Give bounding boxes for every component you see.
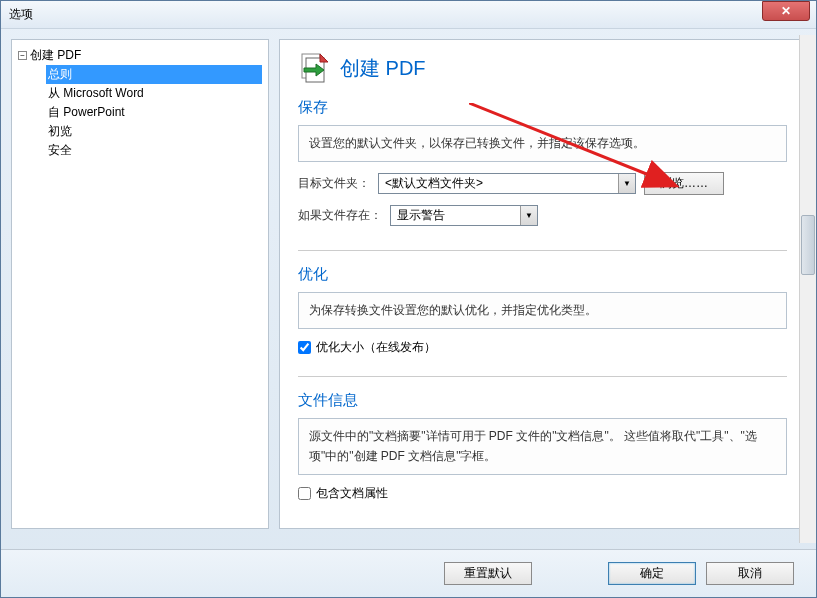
fileinfo-section: 文件信息 源文件中的"文档摘要"详情可用于 PDF 文件的"文档信息"。 这些值…	[298, 391, 787, 521]
titlebar-title: 选项	[9, 6, 33, 23]
titlebar: 选项 ✕	[1, 1, 816, 29]
optimize-size-checkbox[interactable]	[298, 341, 311, 354]
scroll-thumb[interactable]	[801, 215, 815, 275]
category-tree-pane: − 创建 PDF 总则从 Microsoft Word自 PowerPoint初…	[11, 39, 269, 529]
target-folder-combo[interactable]: <默认文档文件夹> ▼	[378, 173, 636, 194]
target-folder-value: <默认文档文件夹>	[379, 175, 618, 192]
fileinfo-section-title: 文件信息	[298, 391, 787, 410]
category-tree: − 创建 PDF 总则从 Microsoft Word自 PowerPoint初…	[18, 46, 262, 160]
tree-item[interactable]: 自 PowerPoint	[46, 103, 262, 122]
save-desc: 设置您的默认文件夹，以保存已转换文件，并指定该保存选项。	[298, 125, 787, 162]
tree-item[interactable]: 从 Microsoft Word	[46, 84, 262, 103]
vertical-scrollbar[interactable]	[799, 35, 816, 543]
browse-button[interactable]: 浏览……	[644, 172, 724, 195]
content-area: − 创建 PDF 总则从 Microsoft Word自 PowerPoint初…	[1, 29, 816, 539]
file-exists-label: 如果文件存在：	[298, 207, 382, 224]
file-exists-value: 显示警告	[391, 207, 520, 224]
close-button[interactable]: ✕	[762, 1, 810, 21]
create-pdf-icon	[298, 52, 330, 84]
options-dialog: 选项 ✕ − 创建 PDF 总则从 Microsoft Word自 PowerP…	[0, 0, 817, 598]
optimize-section-title: 优化	[298, 265, 787, 284]
file-exists-combo[interactable]: 显示警告 ▼	[390, 205, 538, 226]
page-header: 创建 PDF	[298, 52, 787, 84]
optimize-section: 优化 为保存转换文件设置您的默认优化，并指定优化类型。 优化大小（在线发布）	[298, 265, 787, 377]
collapse-icon[interactable]: −	[18, 51, 27, 60]
ok-button[interactable]: 确定	[608, 562, 696, 585]
tree-item[interactable]: 总则	[46, 65, 262, 84]
tree-root-item[interactable]: − 创建 PDF	[18, 46, 262, 65]
optimize-size-label[interactable]: 优化大小（在线发布）	[316, 339, 436, 356]
settings-pane: 创建 PDF 保存 设置您的默认文件夹，以保存已转换文件，并指定该保存选项。 目…	[279, 39, 806, 529]
optimize-desc: 为保存转换文件设置您的默认优化，并指定优化类型。	[298, 292, 787, 329]
tree-item[interactable]: 安全	[46, 141, 262, 160]
save-section: 保存 设置您的默认文件夹，以保存已转换文件，并指定该保存选项。 目标文件夹： <…	[298, 98, 787, 251]
cancel-button[interactable]: 取消	[706, 562, 794, 585]
include-docprops-checkbox[interactable]	[298, 487, 311, 500]
page-title: 创建 PDF	[340, 55, 426, 82]
chevron-down-icon[interactable]: ▼	[520, 206, 537, 225]
fileinfo-desc: 源文件中的"文档摘要"详情可用于 PDF 文件的"文档信息"。 这些值将取代"工…	[298, 418, 787, 474]
include-docprops-label[interactable]: 包含文档属性	[316, 485, 388, 502]
tree-root-label: 创建 PDF	[30, 47, 81, 64]
save-section-title: 保存	[298, 98, 787, 117]
target-folder-label: 目标文件夹：	[298, 175, 370, 192]
dialog-footer: 重置默认 确定 取消	[1, 549, 816, 597]
chevron-down-icon[interactable]: ▼	[618, 174, 635, 193]
reset-defaults-button[interactable]: 重置默认	[444, 562, 532, 585]
tree-item[interactable]: 初览	[46, 122, 262, 141]
